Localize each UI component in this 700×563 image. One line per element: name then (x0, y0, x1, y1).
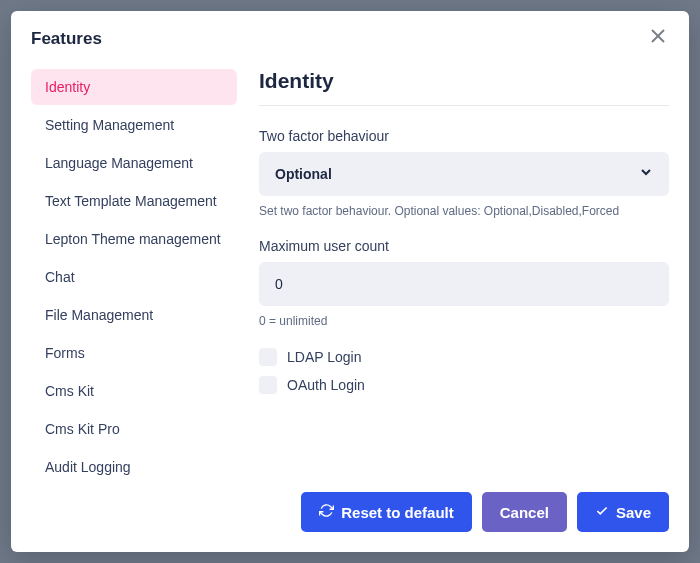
max-user-label: Maximum user count (259, 238, 669, 254)
sidebar-item-audit-logging[interactable]: Audit Logging (31, 449, 237, 476)
two-factor-help: Set two factor behaviour. Optional value… (259, 204, 669, 218)
sidebar-item-label: Cms Kit Pro (45, 421, 120, 437)
max-user-input-wrap (259, 262, 669, 306)
sidebar-item-setting-management[interactable]: Setting Management (31, 107, 237, 143)
checkbox-icon (259, 348, 277, 366)
content-panel: Identity Two factor behaviour Optional S… (237, 69, 669, 476)
max-user-help: 0 = unlimited (259, 314, 669, 328)
sidebar-item-identity[interactable]: Identity (31, 69, 237, 105)
sidebar-item-label: Identity (45, 79, 90, 95)
close-button[interactable] (649, 27, 669, 47)
sidebar: Identity Setting Management Language Man… (31, 69, 237, 476)
oauth-login-label: OAuth Login (287, 377, 365, 393)
sidebar-item-label: Lepton Theme management (45, 231, 221, 247)
sidebar-item-lepton-theme-management[interactable]: Lepton Theme management (31, 221, 237, 257)
modal-body: Identity Setting Management Language Man… (11, 49, 689, 476)
checkbox-icon (259, 376, 277, 394)
two-factor-field: Two factor behaviour Optional Set two fa… (259, 128, 669, 218)
features-modal: Features Identity Setting Management Lan… (11, 11, 689, 552)
sidebar-item-label: Language Management (45, 155, 193, 171)
modal-header: Features (11, 11, 689, 49)
modal-footer: Reset to default Cancel Save (11, 476, 689, 552)
ldap-login-label: LDAP Login (287, 349, 361, 365)
reset-to-default-button[interactable]: Reset to default (301, 492, 472, 532)
max-user-input[interactable] (275, 276, 653, 292)
cancel-button[interactable]: Cancel (482, 492, 567, 532)
chevron-down-icon (639, 165, 653, 183)
sidebar-item-text-template-management[interactable]: Text Template Management (31, 183, 237, 219)
page-title: Identity (259, 69, 669, 106)
sidebar-item-label: File Management (45, 307, 153, 323)
oauth-login-checkbox[interactable]: OAuth Login (259, 376, 669, 394)
sidebar-item-label: Cms Kit (45, 383, 94, 399)
sidebar-item-cms-kit-pro[interactable]: Cms Kit Pro (31, 411, 237, 447)
sidebar-item-label: Text Template Management (45, 193, 217, 209)
cancel-label: Cancel (500, 504, 549, 521)
save-label: Save (616, 504, 651, 521)
sidebar-item-cms-kit[interactable]: Cms Kit (31, 373, 237, 409)
refresh-icon (319, 503, 334, 521)
modal-title: Features (31, 29, 102, 49)
two-factor-value: Optional (275, 166, 639, 182)
sidebar-item-language-management[interactable]: Language Management (31, 145, 237, 181)
sidebar-item-label: Forms (45, 345, 85, 361)
close-icon (649, 31, 667, 48)
sidebar-item-forms[interactable]: Forms (31, 335, 237, 371)
save-button[interactable]: Save (577, 492, 669, 532)
check-icon (595, 504, 609, 521)
sidebar-item-chat[interactable]: Chat (31, 259, 237, 295)
sidebar-item-label: Chat (45, 269, 75, 285)
ldap-login-checkbox[interactable]: LDAP Login (259, 348, 669, 366)
max-user-field: Maximum user count 0 = unlimited (259, 238, 669, 328)
sidebar-item-file-management[interactable]: File Management (31, 297, 237, 333)
sidebar-item-label: Audit Logging (45, 459, 131, 475)
two-factor-label: Two factor behaviour (259, 128, 669, 144)
two-factor-select[interactable]: Optional (259, 152, 669, 196)
reset-label: Reset to default (341, 504, 454, 521)
sidebar-item-label: Setting Management (45, 117, 174, 133)
